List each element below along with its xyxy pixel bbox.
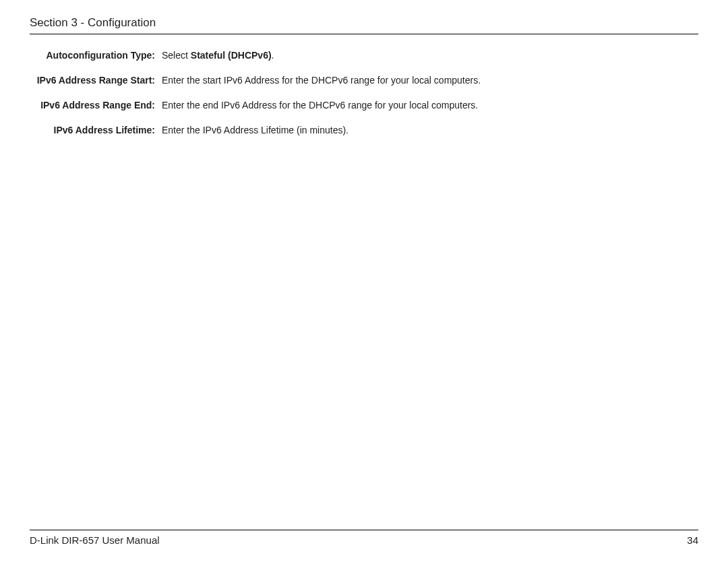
definition-value: Select Stateful (DHCPv6).	[158, 49, 274, 62]
definition-value: Enter the IPv6 Address Lifetime (in minu…	[158, 124, 348, 137]
footer-line: D-Link DIR-657 User Manual 34	[30, 534, 698, 546]
definition-value-lead: Select	[162, 50, 191, 61]
footer-rule	[30, 530, 698, 530]
definition-list: Autoconfiguration Type: Select Stateful …	[30, 49, 698, 137]
manual-title: D-Link DIR-657 User Manual	[30, 534, 160, 546]
definition-label: IPv6 Address Range End:	[30, 99, 158, 112]
definition-row: IPv6 Address Lifetime: Enter the IPv6 Ad…	[30, 124, 698, 137]
definition-row: Autoconfiguration Type: Select Stateful …	[30, 49, 698, 62]
definition-value-strong: Stateful (DHCPv6)	[191, 50, 272, 61]
document-page: Section 3 - Configuration Autoconfigurat…	[0, 0, 728, 562]
definition-value: Enter the end IPv6 Address for the DHCPv…	[158, 99, 478, 112]
definition-value-lead: Enter the start IPv6 Address for the DHC…	[162, 75, 481, 86]
definition-label: IPv6 Address Lifetime:	[30, 124, 158, 137]
definition-value-tail: .	[272, 50, 274, 61]
page-footer: D-Link DIR-657 User Manual 34	[30, 530, 698, 546]
definition-value-lead: Enter the IPv6 Address Lifetime (in minu…	[162, 125, 348, 135]
definition-label: IPv6 Address Range Start:	[30, 74, 158, 87]
definition-value: Enter the start IPv6 Address for the DHC…	[158, 74, 481, 87]
definition-row: IPv6 Address Range Start: Enter the star…	[30, 74, 698, 87]
page-number: 34	[687, 534, 698, 546]
definition-label: Autoconfiguration Type:	[30, 49, 158, 62]
definition-row: IPv6 Address Range End: Enter the end IP…	[30, 99, 698, 112]
definition-value-lead: Enter the end IPv6 Address for the DHCPv…	[162, 100, 478, 111]
section-title: Section 3 - Configuration	[30, 16, 698, 34]
